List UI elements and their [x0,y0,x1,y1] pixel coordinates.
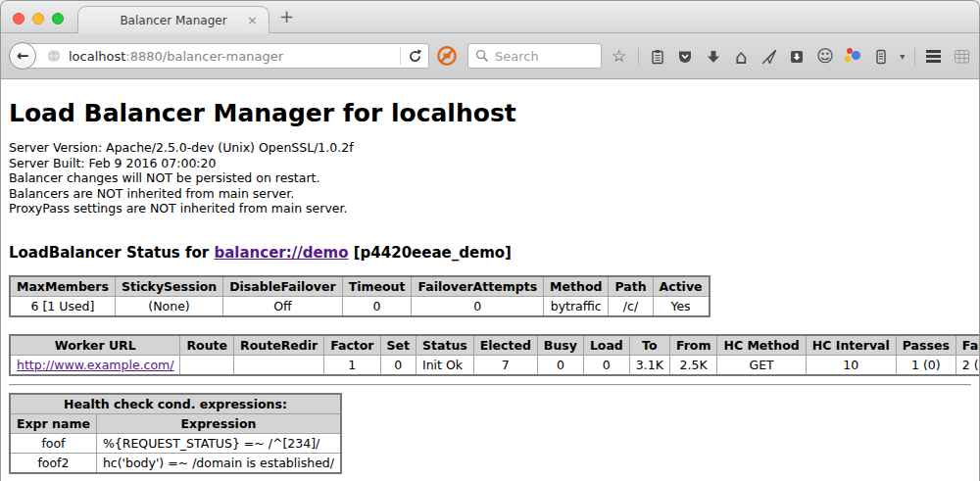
search-icon [475,49,489,63]
toolbar-separator [914,48,915,66]
divider [9,384,971,386]
nav-toolbar: ← localhost:8880/balancer-manager ☆ [1,33,979,79]
window-controls [13,13,64,24]
search-input[interactable] [495,49,594,64]
search-bar[interactable] [467,43,602,69]
balancer-settings-table: MaxMembers StickySession DisableFailover… [9,275,710,317]
close-window-button[interactable] [13,13,24,24]
page-title: Load Balancer Manager for localhost [9,79,971,127]
table-row: foof2 hc('body') =~ /domain is establish… [10,453,341,473]
toolbar-separator [638,48,639,66]
table-header-row: Expr name Expression [10,413,341,433]
table-title-row: Health check cond. expressions: [10,394,341,414]
table-row: 6 [1 Used] (None) Off 0 0 bytraffic /c/ … [10,296,710,316]
proxypass-notice-line: ProxyPass settings are NOT inherited fro… [9,201,971,216]
browser-window: Balancer Manager × + ← localhost:8880/ba… [0,0,980,481]
zoom-window-button[interactable] [52,13,64,24]
minimize-window-button[interactable] [32,13,44,24]
table-header-row: MaxMembers StickySession DisableFailover… [10,276,710,297]
balancer-status-heading: LoadBalancer Status for balancer://demo … [9,244,971,262]
tab-title: Balancer Manager [120,14,226,27]
send-icon[interactable] [760,47,778,66]
worker-table: Worker URL Route RouteRedir Factor Set S… [9,334,980,376]
url-bar[interactable]: localhost:8880/balancer-manager [23,43,429,69]
health-table-title: Health check cond. expressions: [10,394,341,414]
server-built-line: Server Built: Feb 9 2016 07:00:20 [9,156,971,171]
tab-balancer-manager[interactable]: Balancer Manager × [77,6,270,34]
page-content: Load Balancer Manager for localhost Serv… [1,79,979,481]
colored-dots-extension-icon[interactable] [844,47,862,66]
new-tab-button[interactable]: + [279,8,294,25]
persist-notice-line: Balancer changes will NOT be persisted o… [9,170,971,186]
toolbar-icons: ☆ ⌂ ☺ ▾ [610,33,971,79]
bookmark-star-icon[interactable]: ☆ [610,47,628,66]
back-button[interactable]: ← [9,42,36,70]
tab-bar: Balancer Manager × + [1,1,979,33]
reading-list-icon[interactable] [648,47,666,66]
table-row: foof %{REQUEST_STATUS} =~ /^[234]/ [10,433,341,453]
back-arrow-icon: ← [17,47,29,65]
globe-icon [47,49,61,63]
pocket-icon[interactable] [676,47,695,66]
downloads-icon[interactable] [704,47,722,66]
table-row: http://www.example.com/ 1 0 Init Ok 7 0 … [10,355,980,375]
chevron-down-icon[interactable]: ▾ [900,51,905,62]
balancer-demo-link[interactable]: balancer://demo [214,244,348,262]
health-check-table: Health check cond. expressions: Expr nam… [9,393,342,474]
url-path-text: :8880/balancer-manager [125,49,283,64]
plugin-blocked-icon[interactable] [436,45,458,67]
url-host-text: localhost [69,49,125,64]
menu-icon[interactable] [924,47,943,66]
tab-close-icon[interactable]: × [247,14,258,26]
video-download-extension-icon[interactable] [788,47,807,66]
table-header-row: Worker URL Route RouteRedir Factor Set S… [10,335,980,356]
home-icon[interactable]: ⌂ [732,47,751,66]
worker-url-link[interactable]: http://www.example.com/ [17,358,173,372]
server-version-line: Server Version: Apache/2.5.0-dev (Unix) … [9,140,971,156]
tiles-extension-icon[interactable] [953,47,971,66]
reload-icon[interactable] [408,49,422,64]
server-info: Server Version: Apache/2.5.0-dev (Unix) … [9,140,971,216]
smiley-extension-icon[interactable]: ☺ [816,47,835,66]
url-separator [400,47,401,65]
battery-extension-icon[interactable] [872,47,891,66]
balancers-notice-line: Balancers are NOT inherited from main se… [9,186,971,202]
